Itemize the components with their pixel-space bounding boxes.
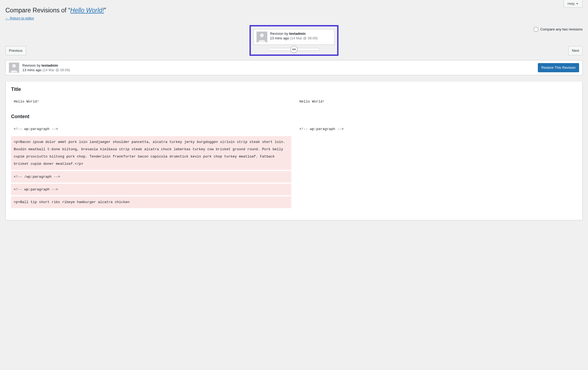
avatar xyxy=(257,32,267,42)
revision-tooltip: Revision by testadmin 13 mins ago (14 Ma… xyxy=(254,29,334,45)
diff-line-removed: <p>Bacon ipsum dolor amet pork loin land… xyxy=(11,136,291,170)
svg-point-3 xyxy=(12,64,16,68)
diff-line-removed: <!-- /wp:paragraph --> xyxy=(11,171,291,183)
avatar-icon xyxy=(257,32,267,42)
previous-button[interactable]: Previous xyxy=(5,46,26,55)
chevron-down-icon xyxy=(576,2,579,5)
avatar-icon xyxy=(9,63,19,73)
diff-line-context: <!-- wp:paragraph --> xyxy=(11,123,291,135)
tooltip-time-line: 13 mins ago (14 Mar @ 08:09) xyxy=(270,36,318,40)
restore-revision-button[interactable]: Restore This Revision xyxy=(538,63,579,72)
arrow-left-icon xyxy=(292,48,294,51)
diff-line-removed: <p>Ball tip short ribs ribeye hamburger … xyxy=(11,196,291,208)
meta-time-line: 13 mins ago (14 Mar @ 08:09) xyxy=(22,68,70,72)
meta-author-line: Revision by testadmin xyxy=(22,63,70,67)
revision-slider-handle[interactable] xyxy=(290,46,298,53)
diff-title-right: Hello World! xyxy=(297,96,577,107)
diff-line-context: <!-- wp:paragraph --> xyxy=(297,123,577,135)
revision-slider-highlight: Revision by testadmin 13 mins ago (14 Ma… xyxy=(249,25,339,56)
return-to-editor-link[interactable]: ← Return to editor xyxy=(5,16,34,20)
avatar xyxy=(9,63,19,73)
tooltip-author: testadmin xyxy=(289,32,306,36)
diff-content-left: <!-- wp:paragraph --><p>Bacon ipsum dolo… xyxy=(11,123,291,209)
meta-author: testadmin xyxy=(42,63,58,67)
svg-point-1 xyxy=(260,33,264,37)
revision-meta-bar: Revision by testadmin 13 mins ago (14 Ma… xyxy=(5,60,583,75)
tooltip-author-line: Revision by testadmin xyxy=(270,32,318,36)
help-tab[interactable]: Help xyxy=(563,0,583,8)
title-prefix: Compare Revisions of “ xyxy=(5,7,70,14)
diff-content-heading: Content xyxy=(11,114,577,119)
diff-panel: Title Hello World! Hello World! Content … xyxy=(5,82,583,220)
diff-title-heading: Title xyxy=(11,87,577,92)
help-label: Help xyxy=(568,2,575,6)
diff-line-removed: <!-- wp:paragraph --> xyxy=(11,184,291,195)
post-title-link[interactable]: Hello World! xyxy=(70,7,104,14)
title-suffix: ” xyxy=(104,7,106,14)
diff-content-right: <!-- wp:paragraph --> xyxy=(297,123,577,209)
page-title: Compare Revisions of “Hello World!” xyxy=(5,6,583,15)
arrow-right-icon xyxy=(294,48,296,51)
diff-title-left: Hello World! xyxy=(11,96,291,107)
compare-two-checkbox[interactable] xyxy=(534,27,538,32)
compare-two-label: Compare any two revisions xyxy=(540,27,583,31)
next-button[interactable]: Next xyxy=(568,46,583,55)
compare-two-toggle[interactable]: Compare any two revisions xyxy=(534,27,583,32)
